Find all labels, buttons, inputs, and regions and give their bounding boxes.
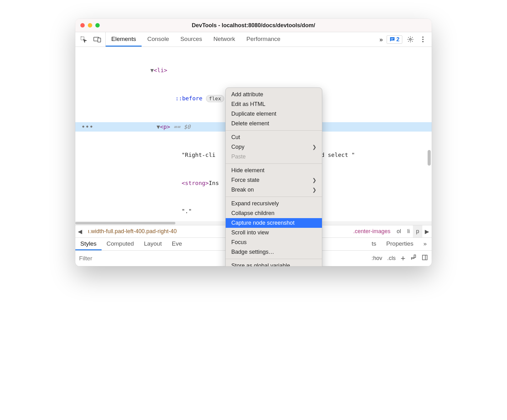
subtab-computed[interactable]: Computed: [102, 238, 139, 250]
menu-hide-element[interactable]: Hide element: [226, 166, 322, 175]
titlebar: DevTools - localhost:8080/docs/devtools/…: [75, 19, 432, 32]
tab-console[interactable]: Console: [142, 32, 175, 47]
device-toolbar-icon[interactable]: [93, 35, 102, 44]
paintbrush-icon[interactable]: [410, 254, 417, 262]
menu-duplicate-element[interactable]: Duplicate element: [226, 109, 322, 119]
svg-rect-9: [414, 255, 416, 258]
minimize-icon[interactable]: [88, 23, 92, 28]
issues-badge[interactable]: 2: [387, 35, 402, 44]
gutter-dots-icon[interactable]: •••: [82, 122, 94, 132]
menu-separator: [226, 197, 322, 197]
menu-add-attribute[interactable]: Add attribute: [226, 90, 322, 99]
tab-performance[interactable]: Performance: [241, 32, 286, 47]
computed-sidebar-icon[interactable]: [422, 254, 428, 262]
strong-open-tag[interactable]: <strong>: [182, 180, 209, 186]
menu-force-state[interactable]: Force state❯: [226, 175, 322, 185]
svg-point-6: [422, 37, 424, 38]
expand-triangle-icon[interactable]: ▼: [157, 123, 160, 130]
subtab-styles[interactable]: Styles: [75, 238, 102, 250]
menu-separator: [226, 130, 322, 131]
menu-collapse-children[interactable]: Collapse children: [226, 208, 322, 218]
main-toolbar: Elements Console Sources Network Perform…: [75, 32, 432, 47]
menu-expand-recursively[interactable]: Expand recursively: [226, 199, 322, 208]
expand-triangle-icon[interactable]: ▼: [150, 67, 154, 73]
zoom-icon[interactable]: [95, 23, 100, 28]
subtab-properties[interactable]: Properties: [381, 238, 419, 250]
kebab-menu-icon[interactable]: [419, 35, 427, 44]
flex-badge[interactable]: flex: [206, 95, 224, 102]
menu-scroll-into-view[interactable]: Scroll into view: [226, 228, 322, 238]
styles-filter-input[interactable]: [79, 255, 153, 262]
subtab-more-icon[interactable]: »: [418, 238, 432, 250]
menu-badge-settings[interactable]: Badge settings…: [226, 247, 322, 257]
toolbar-left-controls: [75, 32, 106, 47]
menu-focus[interactable]: Focus: [226, 238, 322, 247]
toolbar-right-controls: » 2: [375, 35, 432, 44]
subtab-layout[interactable]: Layout: [139, 238, 167, 250]
new-style-rule-icon[interactable]: +: [401, 253, 405, 263]
menu-separator: [226, 163, 322, 164]
context-menu: Add attribute Edit as HTML Duplicate ele…: [225, 88, 322, 266]
before-pseudo[interactable]: ::before: [175, 95, 203, 102]
hov-toggle[interactable]: :hov: [372, 255, 382, 262]
breadcrumb-item[interactable]: ı.width-full.pad-left-400.pad-right-40: [85, 225, 180, 238]
svg-rect-2: [98, 38, 101, 42]
p-open-tag[interactable]: <p>: [160, 123, 170, 130]
settings-icon[interactable]: [406, 35, 415, 44]
issues-icon: [389, 37, 395, 42]
svg-rect-3: [391, 38, 394, 38]
issues-count: 2: [396, 36, 399, 43]
eq-dollar-zero: == $0: [173, 123, 190, 130]
tab-sources[interactable]: Sources: [175, 32, 208, 47]
svg-rect-10: [423, 255, 427, 260]
menu-copy[interactable]: Copy❯: [226, 142, 322, 152]
svg-point-5: [409, 38, 411, 40]
menu-delete-element[interactable]: Delete element: [226, 119, 322, 128]
dot-text-node[interactable]: ".": [182, 208, 192, 214]
cls-toggle[interactable]: .cls: [387, 255, 396, 262]
close-icon[interactable]: [80, 23, 85, 28]
subtab-fragment[interactable]: ts: [367, 238, 381, 250]
submenu-chevron-icon: ❯: [312, 187, 316, 193]
menu-cut[interactable]: Cut: [226, 132, 322, 142]
breadcrumb-item[interactable]: .center-images: [350, 225, 394, 238]
menu-store-global[interactable]: Store as global variable: [226, 261, 322, 266]
panel-tabs: Elements Console Sources Network Perform…: [106, 32, 375, 47]
submenu-chevron-icon: ❯: [312, 177, 316, 183]
menu-edit-as-html[interactable]: Edit as HTML: [226, 99, 322, 109]
menu-separator: [226, 259, 322, 259]
devtools-window: DevTools - localhost:8080/docs/devtools/…: [75, 19, 432, 266]
vertical-scrollbar[interactable]: [428, 150, 431, 166]
breadcrumb-item[interactable]: ol: [394, 225, 404, 238]
menu-break-on[interactable]: Break on❯: [226, 185, 322, 195]
breadcrumb-left-icon[interactable]: ◀: [75, 228, 85, 235]
svg-point-7: [422, 39, 424, 40]
svg-point-8: [422, 41, 424, 42]
svg-rect-4: [391, 39, 393, 39]
inspect-element-icon[interactable]: [79, 35, 88, 44]
more-tabs-icon[interactable]: »: [379, 36, 383, 43]
subtab-event-listeners[interactable]: Eve: [167, 238, 187, 250]
strong-text: Ins: [209, 180, 219, 186]
submenu-chevron-icon: ❯: [312, 144, 316, 150]
traffic-lights: [80, 23, 100, 28]
menu-paste: Paste: [226, 152, 322, 162]
tab-elements[interactable]: Elements: [106, 32, 142, 47]
li-open-tag[interactable]: <li>: [154, 67, 167, 73]
breadcrumb-item[interactable]: li: [404, 225, 413, 238]
tab-network[interactable]: Network: [208, 32, 241, 47]
window-title: DevTools - localhost:8080/docs/devtools/…: [75, 22, 432, 29]
text-node-left[interactable]: "Right-cli: [182, 152, 215, 158]
breadcrumb-item-selected[interactable]: p: [413, 225, 422, 238]
menu-capture-node-screenshot[interactable]: Capture node screenshot: [226, 218, 322, 228]
breadcrumb-right-icon[interactable]: ▶: [422, 228, 432, 235]
